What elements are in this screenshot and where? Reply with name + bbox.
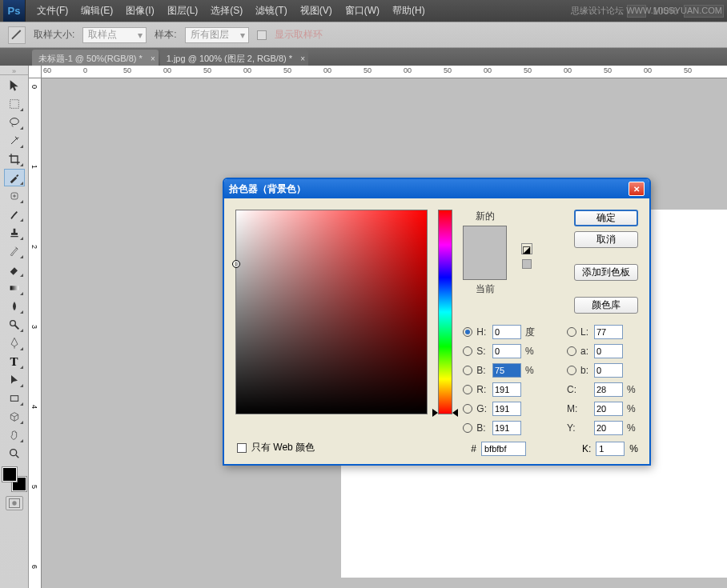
s-radio[interactable] xyxy=(463,346,472,356)
l-input[interactable] xyxy=(594,325,623,339)
brush-tool[interactable] xyxy=(4,206,25,223)
y-input[interactable] xyxy=(594,421,623,435)
h-radio[interactable] xyxy=(463,327,472,337)
b-radio[interactable] xyxy=(463,366,472,375)
vertical-ruler[interactable]: 0 1 2 3 4 5 6 xyxy=(29,78,42,588)
a-input[interactable] xyxy=(594,344,623,358)
sample-size-label: 取样大小: xyxy=(34,28,74,42)
gradient-tool[interactable] xyxy=(4,279,25,297)
bb-input[interactable] xyxy=(492,421,521,435)
new-color-label: 新的 xyxy=(476,210,495,223)
sv-cursor-icon[interactable] xyxy=(232,260,240,268)
svg-rect-3 xyxy=(10,286,18,290)
show-ring-label: 显示取样环 xyxy=(275,28,323,42)
close-icon[interactable]: × xyxy=(151,54,155,63)
eraser-tool[interactable] xyxy=(4,261,25,278)
g-radio[interactable] xyxy=(463,404,472,414)
gamut-warning-icon[interactable]: ◪ xyxy=(521,243,532,254)
close-icon[interactable]: × xyxy=(300,54,305,63)
s-input[interactable] xyxy=(492,344,521,358)
color-picker-dialog: 拾色器（背景色） ✕ 新的 当前 ◪ xyxy=(223,178,651,466)
hex-label: # xyxy=(471,443,476,454)
app-logo: Ps xyxy=(3,0,26,22)
marquee-tool[interactable] xyxy=(4,95,25,113)
cancel-button[interactable]: 取消 xyxy=(574,231,638,248)
svg-point-4 xyxy=(10,321,15,326)
r-radio[interactable] xyxy=(463,385,472,394)
crop-tool[interactable] xyxy=(4,150,25,168)
stamp-tool[interactable] xyxy=(4,224,25,242)
c-input[interactable] xyxy=(594,382,623,397)
color-preview[interactable] xyxy=(463,226,507,280)
menu-view[interactable]: 视图(V) xyxy=(294,4,339,18)
hue-slider[interactable] xyxy=(438,210,452,414)
hex-input[interactable] xyxy=(481,442,526,456)
sample-size-combo[interactable]: 取样点 xyxy=(82,27,147,43)
tab-1jpg[interactable]: 1.jpg @ 100% (图层 2, RGB/8) *× xyxy=(160,50,308,66)
ok-button[interactable]: 确定 xyxy=(574,210,638,226)
bv-input[interactable] xyxy=(492,363,521,378)
menu-file[interactable]: 文件(F) xyxy=(30,4,74,18)
toolbox: » T xyxy=(0,66,29,588)
menu-filter[interactable]: 滤镜(T) xyxy=(249,4,293,18)
menu-help[interactable]: 帮助(H) xyxy=(386,4,432,18)
lasso-tool[interactable] xyxy=(4,114,25,131)
lb-radio[interactable] xyxy=(567,366,576,375)
hue-pointer-icon xyxy=(432,409,438,417)
ruler-origin[interactable] xyxy=(29,66,42,78)
sample-layers-combo[interactable]: 所有图层 xyxy=(185,27,249,43)
show-ring-checkbox[interactable] xyxy=(257,30,267,40)
tab-untitled[interactable]: 未标题-1 @ 50%(RGB/8) *× xyxy=(32,50,159,66)
bb-radio[interactable] xyxy=(463,423,472,433)
hand-tool[interactable] xyxy=(4,426,25,444)
eyedropper-tool[interactable] xyxy=(4,169,25,186)
k-input[interactable] xyxy=(596,442,625,456)
h-input[interactable] xyxy=(492,325,521,339)
zoom-tool[interactable] xyxy=(4,445,25,462)
horizontal-ruler[interactable]: 60 0 50 00 50 00 50 00 50 00 50 00 50 00… xyxy=(42,66,727,78)
3d-tool[interactable] xyxy=(4,408,25,426)
quick-mask-icon[interactable] xyxy=(6,496,23,510)
menu-window[interactable]: 窗口(W) xyxy=(339,4,386,18)
history-brush-tool[interactable] xyxy=(4,242,25,260)
r-input[interactable] xyxy=(492,382,521,397)
dodge-tool[interactable] xyxy=(4,316,25,334)
blur-tool[interactable] xyxy=(4,298,25,315)
add-swatch-button[interactable]: 添加到色板 xyxy=(574,264,638,281)
saturation-value-field[interactable] xyxy=(235,210,428,414)
menu-layer[interactable]: 图层(L) xyxy=(161,4,205,18)
lb-input[interactable] xyxy=(594,363,623,378)
websafe-warning-icon[interactable] xyxy=(522,259,532,269)
close-button[interactable]: ✕ xyxy=(629,182,645,196)
toolbox-collapse-icon[interactable]: » xyxy=(0,67,28,75)
web-only-checkbox[interactable] xyxy=(237,443,247,453)
web-only-label: 只有 Web 颜色 xyxy=(251,441,315,454)
a-radio[interactable] xyxy=(567,346,576,356)
color-library-button[interactable]: 颜色库 xyxy=(574,297,638,314)
wand-tool[interactable] xyxy=(4,132,25,150)
new-color-swatch xyxy=(464,226,506,253)
color-swatches[interactable] xyxy=(2,467,26,491)
m-input[interactable] xyxy=(594,402,623,416)
options-bar: 取样大小: 取样点 样本: 所有图层 显示取样环 xyxy=(0,22,727,48)
g-input[interactable] xyxy=(492,402,521,416)
dialog-title: 拾色器（背景色） xyxy=(229,182,306,196)
menu-select[interactable]: 选择(S) xyxy=(204,4,249,18)
pen-tool[interactable] xyxy=(4,334,25,352)
current-color-label: 当前 xyxy=(476,282,495,296)
heal-tool[interactable] xyxy=(4,187,25,205)
path-select-tool[interactable] xyxy=(4,371,25,389)
web-only-checkbox-row[interactable]: 只有 Web 颜色 xyxy=(237,441,315,454)
move-tool[interactable] xyxy=(4,77,25,94)
shape-tool[interactable] xyxy=(4,390,25,407)
svg-rect-0 xyxy=(10,100,18,109)
hue-pointer-icon xyxy=(452,409,458,417)
type-tool[interactable]: T xyxy=(4,353,25,370)
l-radio[interactable] xyxy=(567,327,576,337)
dialog-titlebar[interactable]: 拾色器（背景色） ✕ xyxy=(224,179,649,198)
menu-edit[interactable]: 编辑(E) xyxy=(74,4,119,18)
svg-rect-5 xyxy=(10,396,18,402)
menu-image[interactable]: 图像(I) xyxy=(119,4,160,18)
tool-preset-icon[interactable] xyxy=(8,26,26,44)
foreground-color-swatch[interactable] xyxy=(2,467,17,482)
